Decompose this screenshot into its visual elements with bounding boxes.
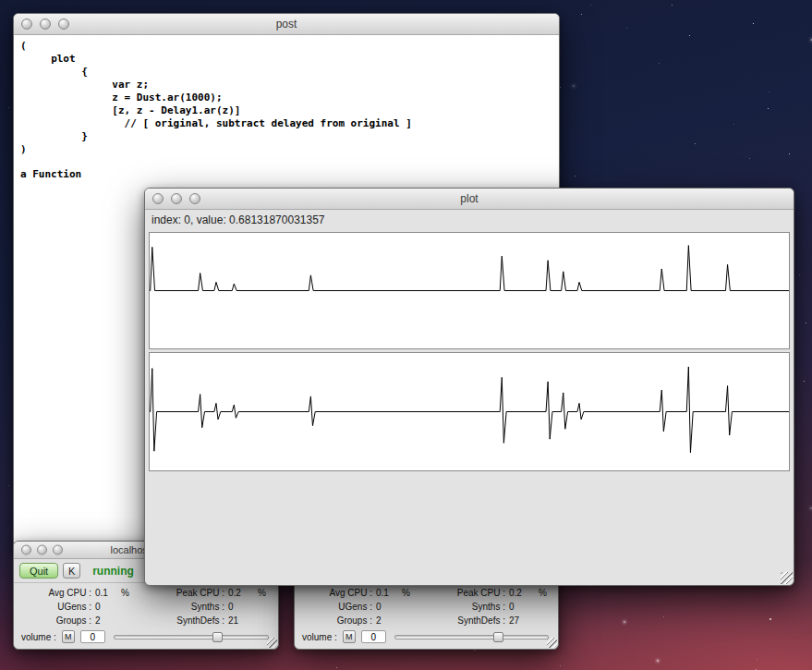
post-result-text: a Function — [20, 168, 551, 181]
slider-thumb[interactable] — [493, 632, 503, 642]
slider-track[interactable] — [114, 635, 269, 640]
close-button[interactable] — [21, 545, 31, 555]
synthdefs-value: 27 — [505, 614, 537, 627]
peak-cpu-label: Peak CPU : — [420, 586, 505, 600]
plot-window: plot index: 0, value: 0.68131870031357 — [144, 188, 794, 586]
percent-sign: % — [119, 586, 139, 600]
synths-label: Synths : — [139, 600, 224, 614]
mute-button[interactable]: M — [62, 630, 75, 643]
volume-slider[interactable] — [394, 631, 549, 643]
plot-window-titlebar[interactable]: plot — [145, 189, 794, 210]
k-button[interactable]: K — [63, 563, 80, 579]
percent-sign: % — [537, 586, 550, 600]
post-window-titlebar[interactable]: post — [14, 14, 559, 35]
percent-sign: % — [256, 586, 269, 600]
volume-row: volume : M — [14, 627, 278, 643]
window-controls — [21, 545, 63, 555]
ugens-value: 0 — [372, 600, 400, 614]
peak-cpu-value: 0.2 — [505, 586, 537, 600]
zoom-button[interactable] — [189, 193, 200, 204]
volume-slider[interactable] — [114, 631, 269, 643]
server-stats: Avg CPU : 0.1 % Peak CPU : 0.2 % UGens :… — [14, 583, 278, 627]
volume-label: volume : — [302, 632, 337, 642]
resize-grip[interactable] — [267, 638, 277, 648]
ugens-value: 0 — [91, 600, 119, 614]
volume-label: volume : — [21, 632, 56, 642]
resize-grip[interactable] — [547, 638, 557, 648]
close-button[interactable] — [21, 18, 32, 30]
synthdefs-label: SynthDefs : — [139, 614, 224, 627]
mute-button[interactable]: M — [343, 630, 356, 643]
zoom-button[interactable] — [53, 545, 63, 555]
waveform-panel-bottom[interactable] — [149, 352, 790, 471]
avg-cpu-label: Avg CPU : — [19, 586, 91, 600]
server-status-text: running — [92, 565, 134, 578]
volume-field[interactable] — [80, 630, 105, 643]
groups-label: Groups : — [19, 614, 91, 627]
peak-cpu-label: Peak CPU : — [139, 586, 224, 600]
minimize-button[interactable] — [40, 18, 51, 30]
plot-window-title: plot — [460, 192, 478, 205]
slider-thumb[interactable] — [212, 632, 223, 642]
peak-cpu-value: 0.2 — [224, 586, 256, 600]
volume-row: volume : M — [295, 627, 558, 643]
server-stats: Avg CPU : 0.1 % Peak CPU : 0.2 % UGens :… — [295, 583, 558, 627]
synths-label: Synths : — [420, 600, 505, 614]
waveform-panel-top[interactable] — [149, 232, 790, 349]
slider-track[interactable] — [394, 635, 549, 640]
zoom-button[interactable] — [58, 18, 69, 30]
close-button[interactable] — [152, 193, 164, 204]
avg-cpu-label: Avg CPU : — [300, 586, 372, 600]
post-window-title: post — [276, 18, 297, 30]
synths-value: 0 — [224, 600, 256, 614]
waveform-top — [150, 233, 789, 348]
waveform-bottom — [150, 353, 789, 470]
plot-area — [149, 232, 790, 471]
minimize-button[interactable] — [171, 193, 182, 204]
avg-cpu-value: 0.1 — [372, 586, 400, 600]
window-controls — [21, 18, 69, 30]
ugens-label: UGens : — [300, 600, 372, 614]
synthdefs-label: SynthDefs : — [420, 614, 505, 627]
groups-value: 2 — [372, 614, 400, 627]
volume-field[interactable] — [361, 630, 386, 643]
avg-cpu-value: 0.1 — [91, 586, 119, 600]
groups-value: 2 — [91, 614, 119, 627]
groups-label: Groups : — [300, 614, 372, 627]
window-controls — [152, 193, 200, 204]
plot-status-readout: index: 0, value: 0.68131870031357 — [145, 210, 794, 231]
code-text[interactable]: ( plot { var z; z = Dust.ar(1000); [z, z… — [20, 40, 551, 156]
synths-value: 0 — [505, 600, 537, 614]
minimize-button[interactable] — [37, 545, 47, 555]
synthdefs-value: 21 — [224, 614, 256, 627]
quit-button[interactable]: Quit — [19, 563, 58, 579]
ugens-label: UGens : — [19, 600, 91, 614]
percent-sign: % — [400, 586, 420, 600]
resize-grip[interactable] — [781, 572, 793, 584]
